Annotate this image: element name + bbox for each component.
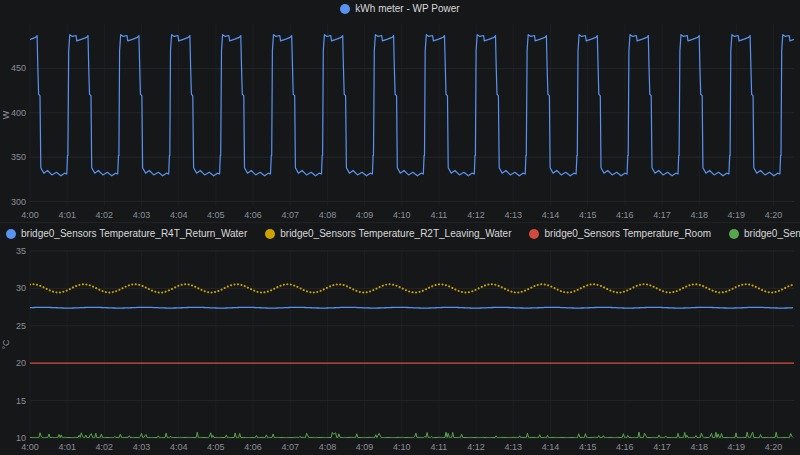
- svg-text:°C: °C: [1, 339, 11, 350]
- series-label: bridge0_Sensors Temperature_R2T_Leaving_…: [280, 229, 511, 239]
- svg-text:20: 20: [16, 358, 26, 368]
- svg-text:4:06: 4:06: [244, 442, 262, 452]
- series-color-dot: [729, 229, 739, 239]
- svg-text:4:14: 4:14: [542, 210, 560, 220]
- svg-text:4:01: 4:01: [58, 442, 76, 452]
- svg-text:4:03: 4:03: [133, 210, 151, 220]
- legend-item-wp-power[interactable]: kWh meter - WP Power: [340, 4, 459, 14]
- svg-text:4:09: 4:09: [356, 210, 374, 220]
- svg-text:4:11: 4:11: [431, 210, 448, 220]
- svg-text:4:04: 4:04: [170, 442, 188, 452]
- svg-text:350: 350: [11, 152, 26, 162]
- svg-text:4:11: 4:11: [431, 442, 448, 452]
- svg-text:4:06: 4:06: [244, 210, 262, 220]
- svg-text:4:08: 4:08: [319, 210, 337, 220]
- series-color-dot: [6, 229, 16, 239]
- legend-item-return-water[interactable]: bridge0_Sensors Temperature_R4T_Return_W…: [6, 229, 247, 239]
- svg-text:4:19: 4:19: [728, 210, 746, 220]
- series-label: bridge0_Sensors Temperature_R4T_Return_W…: [21, 229, 247, 239]
- svg-text:4:10: 4:10: [393, 442, 411, 452]
- series-color-dot: [529, 229, 539, 239]
- svg-text:400: 400: [11, 108, 26, 118]
- legend-item-room[interactable]: bridge0_Sensors Temperature_Room: [529, 229, 711, 239]
- svg-text:4:17: 4:17: [653, 442, 671, 452]
- svg-text:4:00: 4:00: [21, 442, 39, 452]
- svg-text:4:05: 4:05: [207, 210, 225, 220]
- power-chart[interactable]: 4:004:014:024:034:044:054:064:074:084:09…: [0, 18, 800, 222]
- svg-text:4:18: 4:18: [690, 442, 708, 452]
- power-panel: kWh meter - WP Power 4:004:014:024:034:0…: [0, 0, 800, 222]
- svg-text:4:01: 4:01: [58, 210, 76, 220]
- series-label: bridge0_Sensors Temperature_Outside: [744, 229, 800, 239]
- svg-text:4:00: 4:00: [21, 210, 39, 220]
- svg-text:15: 15: [16, 396, 26, 406]
- svg-text:300: 300: [11, 197, 26, 207]
- svg-text:4:10: 4:10: [393, 210, 411, 220]
- svg-text:4:17: 4:17: [653, 210, 671, 220]
- svg-text:4:12: 4:12: [467, 210, 485, 220]
- svg-text:25: 25: [16, 321, 26, 331]
- series-color-dot: [265, 229, 275, 239]
- svg-text:35: 35: [16, 246, 26, 256]
- svg-text:4:13: 4:13: [505, 210, 523, 220]
- svg-text:4:16: 4:16: [616, 442, 634, 452]
- svg-text:10: 10: [16, 433, 26, 443]
- power-legend: kWh meter - WP Power: [0, 0, 800, 18]
- svg-text:4:18: 4:18: [690, 210, 708, 220]
- svg-text:4:03: 4:03: [133, 442, 151, 452]
- svg-text:W: W: [1, 110, 11, 119]
- svg-text:4:19: 4:19: [728, 442, 746, 452]
- svg-text:4:09: 4:09: [356, 442, 374, 452]
- svg-text:4:20: 4:20: [765, 210, 783, 220]
- series-label: kWh meter - WP Power: [355, 4, 459, 14]
- svg-text:4:02: 4:02: [96, 210, 114, 220]
- svg-text:4:05: 4:05: [207, 442, 225, 452]
- series-color-dot: [340, 4, 350, 14]
- svg-text:4:12: 4:12: [467, 442, 485, 452]
- svg-text:4:13: 4:13: [505, 442, 523, 452]
- legend-item-leaving-water[interactable]: bridge0_Sensors Temperature_R2T_Leaving_…: [265, 229, 511, 239]
- temperature-chart[interactable]: 4:004:014:024:034:044:054:064:074:084:09…: [0, 245, 800, 454]
- svg-text:450: 450: [11, 63, 26, 73]
- svg-text:4:08: 4:08: [319, 442, 337, 452]
- svg-text:4:15: 4:15: [579, 442, 597, 452]
- legend-item-outside[interactable]: bridge0_Sensors Temperature_Outside: [729, 229, 800, 239]
- svg-text:4:16: 4:16: [616, 210, 634, 220]
- svg-text:4:07: 4:07: [281, 210, 299, 220]
- svg-text:4:04: 4:04: [170, 210, 188, 220]
- series-label: bridge0_Sensors Temperature_Room: [544, 229, 711, 239]
- svg-text:4:07: 4:07: [281, 442, 299, 452]
- svg-text:4:15: 4:15: [579, 210, 597, 220]
- svg-text:4:20: 4:20: [765, 442, 783, 452]
- svg-text:30: 30: [16, 283, 26, 293]
- temperature-legend: bridge0_Sensors Temperature_R4T_Return_W…: [0, 223, 800, 245]
- svg-text:4:02: 4:02: [96, 442, 114, 452]
- temperature-panel: bridge0_Sensors Temperature_R4T_Return_W…: [0, 222, 800, 454]
- svg-text:4:14: 4:14: [542, 442, 560, 452]
- grafana-dashboard: kWh meter - WP Power 4:004:014:024:034:0…: [0, 0, 800, 454]
